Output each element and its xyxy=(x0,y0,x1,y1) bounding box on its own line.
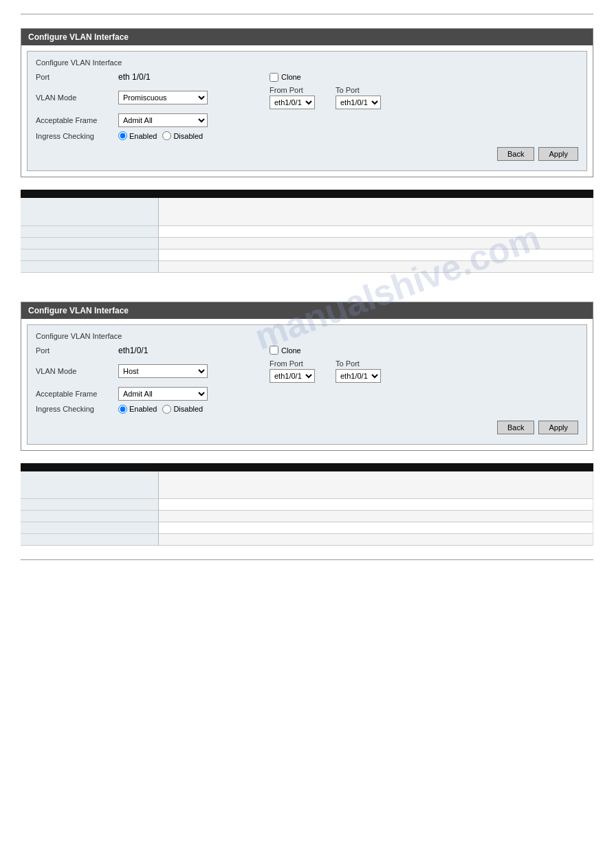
panel2-ingress-disabled-label[interactable]: Disabled xyxy=(162,405,203,414)
panel2-ingress-enabled-radio[interactable] xyxy=(118,405,127,414)
panel2-clone-label: Clone xyxy=(281,346,301,355)
table1-row3-col1 xyxy=(21,237,158,249)
panel2-acceptframe-row: Acceptable Frame Admit All Admit Only VL… xyxy=(36,387,578,401)
panel1-vlanmode-select[interactable]: Promiscuous Host Trunk xyxy=(118,91,208,104)
panel2-clone-section: Clone xyxy=(270,346,301,355)
panel2-vlanmode-select[interactable]: Promiscuous Host Trunk xyxy=(118,364,208,378)
panel1-ingress-label: Ingress Checking xyxy=(36,132,118,140)
panel2-ingress-field: Enabled Disabled xyxy=(118,405,242,414)
table-row xyxy=(21,198,593,225)
table1-row3-col2 xyxy=(158,237,593,249)
panel2-toport: To Port eth1/0/1 xyxy=(336,359,381,383)
panel1-ingress-disabled-radio[interactable] xyxy=(162,131,171,140)
panel1-ingress-radios: Enabled Disabled xyxy=(118,131,242,140)
table2-row2-col2 xyxy=(158,499,593,511)
table2-th-1 xyxy=(21,463,158,471)
panel2-back-button[interactable]: Back xyxy=(497,421,534,434)
vlan-panel-1: Configure VLAN Interface Configure VLAN … xyxy=(21,28,593,177)
panel2-ingress-disabled-radio[interactable] xyxy=(162,405,171,414)
panel1-ingress-disabled-label[interactable]: Disabled xyxy=(162,131,203,140)
table-row xyxy=(21,499,593,511)
panel1-fromto-section: From Port eth1/0/1 To Port eth1/0/1 xyxy=(270,86,381,109)
main-content: manualshive.com Configure VLAN Interface… xyxy=(21,28,593,546)
panel1-clone-checkbox[interactable] xyxy=(270,73,278,82)
panel1-header: Configure VLAN Interface xyxy=(21,29,593,45)
panel1-fromport-select[interactable]: eth1/0/1 xyxy=(270,96,315,109)
bottom-divider xyxy=(21,559,593,560)
panel2-section-label: Configure VLAN Interface xyxy=(36,332,578,340)
panel2-fromport: From Port eth1/0/1 xyxy=(270,359,315,383)
table2-row3-col2 xyxy=(158,511,593,522)
table1-row4-col2 xyxy=(158,249,593,260)
panel2-port-value: eth1/0/1 xyxy=(118,346,242,355)
panel1-toport: To Port eth1/0/1 xyxy=(336,86,381,109)
panel1-title: Configure VLAN Interface xyxy=(28,32,129,42)
table1-th-1 xyxy=(21,190,158,198)
panel2-ingress-enabled-label[interactable]: Enabled xyxy=(118,405,157,414)
panel2-ingress-row: Ingress Checking Enabled Disabled xyxy=(36,405,578,414)
panel2-fromto-section: From Port eth1/0/1 To Port eth1/0/1 xyxy=(270,359,381,383)
panel1-vlanmode-label: VLAN Mode xyxy=(36,93,118,102)
panel2-ingress-label: Ingress Checking xyxy=(36,405,118,413)
panel2-disabled-text: Disabled xyxy=(173,405,203,413)
panel2-port-row: Port eth1/0/1 Clone xyxy=(36,346,578,355)
table-2 xyxy=(21,463,593,546)
panel1-back-button[interactable]: Back xyxy=(497,147,534,161)
table1-row5-col2 xyxy=(158,260,593,272)
panel1-port-value: eth 1/0/1 xyxy=(118,72,242,82)
panel2-vlanmode-row: VLAN Mode Promiscuous Host Trunk From Po… xyxy=(36,359,578,383)
panel1-port-row: Port eth 1/0/1 Clone xyxy=(36,72,578,82)
table2-row2-col1 xyxy=(21,499,158,511)
table1-th-2 xyxy=(158,190,593,198)
table1-row1-col1 xyxy=(21,198,158,225)
table1-row2-col1 xyxy=(21,225,158,237)
panel1-vlanmode-row: VLAN Mode Promiscuous Host Trunk From Po… xyxy=(36,86,578,109)
panel2-fromport-select[interactable]: eth1/0/1 xyxy=(270,369,315,383)
table-row xyxy=(21,225,593,237)
panel2-vlanmode-label: VLAN Mode xyxy=(36,367,118,375)
table-section-1 xyxy=(21,190,593,273)
panel2-acceptframe-select[interactable]: Admit All Admit Only VLAN-Tagged Admit O… xyxy=(118,387,208,401)
table2-row1-col2 xyxy=(158,471,593,499)
panel2-acceptframe-label: Acceptable Frame xyxy=(36,390,118,398)
panel2-acceptframe-field[interactable]: Admit All Admit Only VLAN-Tagged Admit O… xyxy=(118,387,242,401)
panel2-fromport-label: From Port xyxy=(270,359,315,368)
panel2-clone-checkbox[interactable] xyxy=(270,346,278,355)
panel1-acceptframe-select[interactable]: Admit All Admit Only VLAN-Tagged Admit O… xyxy=(118,113,208,127)
table-row xyxy=(21,471,593,499)
panel2-toport-select[interactable]: eth1/0/1 xyxy=(336,369,381,383)
panel1-acceptframe-label: Acceptable Frame xyxy=(36,116,118,124)
panel1-toport-label: To Port xyxy=(336,86,381,94)
panel2-vlanmode-field[interactable]: Promiscuous Host Trunk xyxy=(118,364,242,378)
table-row xyxy=(21,511,593,522)
panel1-vlanmode-field[interactable]: Promiscuous Host Trunk xyxy=(118,91,242,104)
panel1-ingress-row: Ingress Checking Enabled Disabled xyxy=(36,131,578,140)
table2-row4-col1 xyxy=(21,522,158,534)
table-section-2 xyxy=(21,463,593,546)
table2-th-2 xyxy=(158,463,593,471)
panel2-header: Configure VLAN Interface xyxy=(21,302,593,319)
table2-row5-col1 xyxy=(21,534,158,546)
table-row xyxy=(21,237,593,249)
panel1-ingress-enabled-radio[interactable] xyxy=(118,131,127,140)
panel2-toport-label: To Port xyxy=(336,359,381,368)
panel2-port-label: Port xyxy=(36,346,118,355)
panel1-fromport: From Port eth1/0/1 xyxy=(270,86,315,109)
panel1-acceptframe-field[interactable]: Admit All Admit Only VLAN-Tagged Admit O… xyxy=(118,113,242,127)
panel1-disabled-text: Disabled xyxy=(173,132,203,140)
table-1 xyxy=(21,190,593,273)
spacer-1 xyxy=(21,285,593,302)
table1-header-row xyxy=(21,190,593,198)
panel1-apply-button[interactable]: Apply xyxy=(538,147,578,161)
panel2-fromto-group: From Port eth1/0/1 To Port eth1/0/1 xyxy=(270,359,381,383)
panel2-body: Configure VLAN Interface Port eth1/0/1 C… xyxy=(27,324,587,445)
panel2-apply-button[interactable]: Apply xyxy=(538,421,578,434)
panel1-ingress-enabled-label[interactable]: Enabled xyxy=(118,131,157,140)
table1-row1-col2 xyxy=(158,198,593,225)
panel2-buttons: Back Apply xyxy=(36,421,578,434)
panel1-toport-select[interactable]: eth1/0/1 xyxy=(336,96,381,109)
panel1-section-label: Configure VLAN Interface xyxy=(36,58,578,67)
table-row xyxy=(21,522,593,534)
table-row xyxy=(21,249,593,260)
top-divider xyxy=(21,14,593,14)
